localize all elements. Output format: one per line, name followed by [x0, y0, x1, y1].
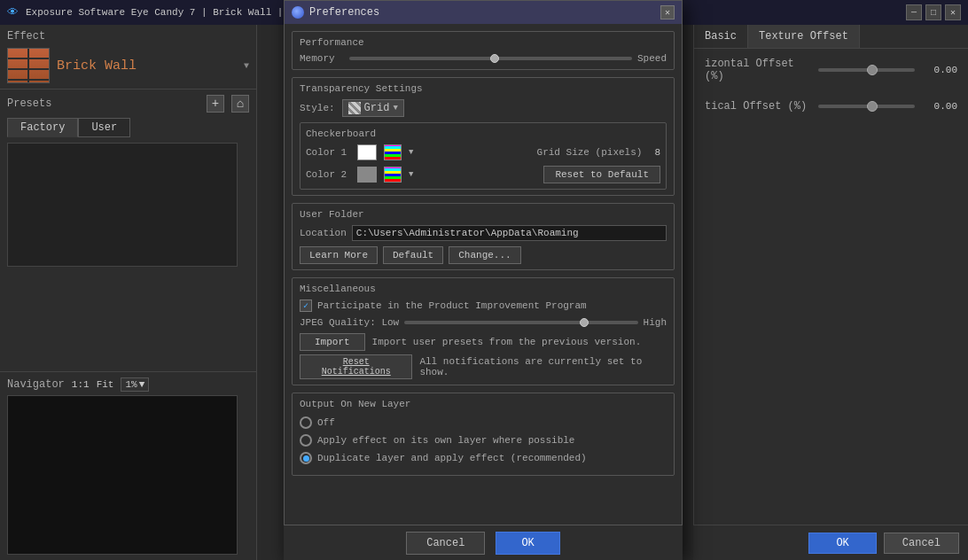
jpeg-quality-label: JPEG Quality: Low [300, 317, 399, 328]
color1-row: Color 1 ▼ [306, 144, 413, 160]
checkerboard-section: Checkerboard Color 1 ▼ Grid Size (pixels… [300, 122, 667, 190]
app-window: 👁 Exposure Software Eye Candy 7 | Brick … [0, 0, 968, 560]
output-section: Output On New Layer Off Apply effect on … [292, 393, 675, 476]
performance-section-title: Performance [300, 37, 667, 48]
speed-label: Speed [637, 53, 667, 64]
color2-dropdown[interactable]: ▼ [409, 170, 413, 179]
dialog-title-icon [292, 6, 304, 19]
learn-more-button[interactable]: Learn More [300, 246, 378, 264]
minimize-button[interactable]: ─ [906, 4, 922, 20]
horizontal-offset-row: izontal Offset (%) 0.00 [694, 49, 968, 91]
performance-row: Memory Speed [300, 53, 667, 64]
jpeg-high-label: High [644, 317, 667, 328]
location-label: Location [300, 228, 347, 238]
dialog-title-bar: Preferences ✕ [285, 1, 682, 24]
color1-dropdown[interactable]: ▼ [409, 148, 413, 157]
performance-slider[interactable] [349, 57, 632, 60]
effect-section: Effect Brick Wall ▼ [0, 25, 256, 89]
dialog-cancel-button[interactable]: Cancel [406, 532, 485, 555]
presets-section: Presets + ⌂ Factory User [0, 89, 256, 272]
style-select[interactable]: Grid ▼ [342, 99, 404, 117]
brick-wall-icon [7, 48, 50, 83]
transparency-row: Style: Grid ▼ [300, 99, 667, 117]
import-button[interactable]: Import [300, 333, 365, 351]
reset-notif-row: Reset Notifications All notifications ar… [300, 354, 667, 379]
import-row: Import Import user presets from the prev… [300, 333, 667, 351]
dialog-close-button[interactable]: ✕ [660, 5, 675, 19]
restore-button[interactable]: □ [925, 4, 941, 20]
vertical-offset-slider[interactable] [818, 105, 915, 108]
change-button[interactable]: Change... [449, 246, 520, 264]
grid-icon [348, 102, 361, 114]
app-icon: 👁 [7, 6, 19, 19]
dialog-body: Performance Memory Speed Transparency Se… [285, 24, 682, 524]
color2-swatch[interactable] [357, 167, 377, 183]
right-panel: Basic Texture Offset izontal Offset (%) … [693, 25, 968, 560]
dialog-ok-button[interactable]: OK [496, 532, 559, 555]
add-preset-button[interactable]: + [207, 95, 224, 113]
miscellaneous-section: Miscellaneous ✓ Participate in the Produ… [292, 277, 675, 385]
cancel-button[interactable]: Cancel [884, 533, 959, 554]
navigator-label: Navigator [7, 378, 65, 391]
grid-size-value: 8 [654, 147, 660, 158]
effect-dropdown-arrow[interactable]: ▼ [244, 61, 249, 71]
tab-texture-offset[interactable]: Texture Offset [748, 25, 860, 48]
vertical-offset-row: tical Offset (%) 0.00 [694, 91, 968, 121]
radio-duplicate[interactable] [300, 452, 312, 464]
navigator-section: Navigator 1:1 Fit 1% ▼ [0, 371, 257, 560]
jpeg-row: JPEG Quality: Low High [300, 317, 667, 328]
radio-duplicate-row: Duplicate layer and apply effect (recomm… [300, 452, 667, 464]
color2-picker[interactable] [384, 167, 402, 183]
effect-name: Brick Wall [57, 58, 237, 74]
checkerboard-title: Checkerboard [306, 128, 660, 139]
navigator-fit-btn[interactable]: Fit [97, 379, 114, 390]
vertical-offset-value: 0.00 [922, 101, 957, 112]
effect-row: Brick Wall ▼ [7, 48, 249, 83]
participate-label: Participate in the Product Improvement P… [317, 300, 587, 311]
user-folder-row: Location [300, 225, 667, 241]
location-input[interactable] [352, 225, 667, 241]
presets-tabs: Factory User [7, 118, 249, 137]
style-label: Style: [300, 103, 335, 113]
performance-section: Performance Memory Speed [292, 31, 675, 70]
participate-row: ✓ Participate in the Product Improvement… [300, 299, 667, 312]
navigator-zoom[interactable]: 1% ▼ [121, 377, 149, 392]
color1-picker[interactable] [384, 144, 402, 160]
color2-label: Color 2 [306, 169, 350, 180]
radio-apply-row: Apply effect on its own layer where poss… [300, 434, 667, 447]
presets-area [7, 143, 238, 267]
participate-checkbox[interactable]: ✓ [300, 299, 312, 312]
tab-factory[interactable]: Factory [7, 118, 78, 137]
preferences-dialog: Preferences ✕ Performance Memory Speed T… [284, 0, 683, 560]
presets-header: Presets + ⌂ [7, 95, 249, 113]
radio-off-row: Off [300, 416, 667, 429]
ok-button[interactable]: OK [808, 533, 876, 554]
home-preset-button[interactable]: ⌂ [231, 95, 249, 113]
radio-off-label: Off [317, 417, 335, 428]
color1-swatch[interactable] [357, 144, 377, 160]
import-desc: Import user presets from the previous ve… [372, 337, 642, 347]
navigator-1to1-btn[interactable]: 1:1 [72, 379, 90, 390]
memory-label: Memory [300, 53, 344, 64]
jpeg-slider[interactable] [404, 321, 637, 324]
grid-size-label: Grid Size (pixels) [537, 147, 643, 158]
reset-notifications-button[interactable]: Reset Notifications [300, 354, 412, 379]
close-button[interactable]: ✕ [945, 4, 961, 20]
horizontal-offset-slider[interactable] [818, 68, 915, 72]
default-button[interactable]: Default [383, 246, 443, 264]
right-tabs: Basic Texture Offset [694, 25, 968, 49]
dialog-title-text: Preferences [309, 6, 655, 19]
folder-buttons: Learn More Default Change... [300, 246, 667, 264]
tab-basic[interactable]: Basic [694, 25, 748, 48]
radio-off[interactable] [300, 416, 312, 429]
style-value: Grid [364, 102, 390, 114]
reset-to-default-button[interactable]: Reset to Default [543, 166, 660, 183]
tab-user[interactable]: User [78, 118, 130, 137]
user-folder-title: User Folder [300, 209, 667, 220]
navigator-preview [7, 395, 238, 555]
user-folder-section: User Folder Location Learn More Default … [292, 203, 675, 270]
radio-duplicate-label: Duplicate layer and apply effect (recomm… [317, 453, 587, 463]
color1-label: Color 1 [306, 147, 350, 158]
radio-apply[interactable] [300, 434, 312, 447]
vertical-offset-label: tical Offset (%) [705, 100, 811, 113]
